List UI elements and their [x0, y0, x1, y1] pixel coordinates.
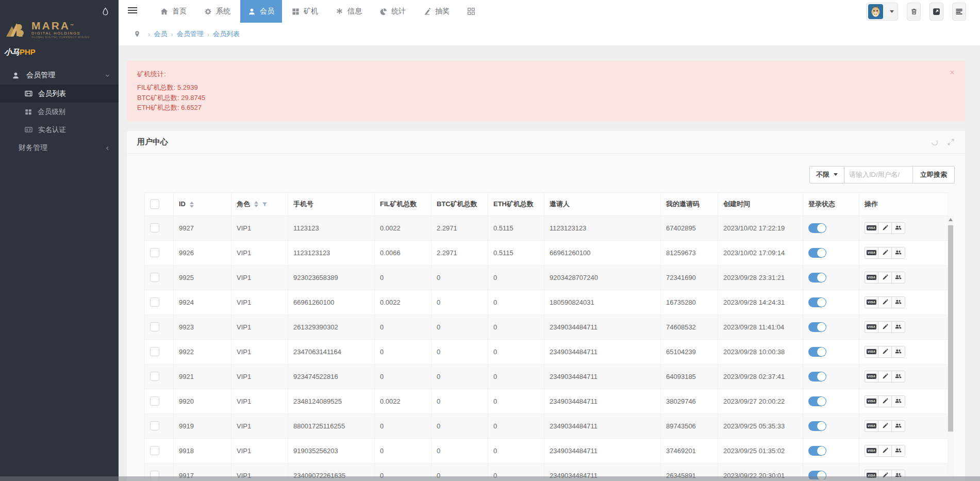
cell-fil: 0	[375, 413, 431, 438]
sort-icon[interactable]	[254, 201, 258, 207]
breadcrumb-link-member-list[interactable]: 会员列表	[213, 29, 240, 39]
edit-button[interactable]	[878, 296, 892, 308]
team-button[interactable]	[891, 222, 905, 234]
edit-button[interactable]	[878, 346, 892, 358]
nav-item-apps[interactable]	[459, 0, 487, 23]
nav-item-statistics[interactable]: 统计	[372, 0, 413, 23]
sort-icon[interactable]	[190, 202, 194, 208]
sidebar-group-finance-management[interactable]: 财务管理	[0, 139, 119, 157]
login-status-toggle[interactable]	[808, 396, 826, 406]
team-button[interactable]	[891, 371, 905, 383]
wallet-button[interactable]: VISA	[865, 272, 878, 284]
select-all-checkbox[interactable]	[150, 200, 159, 209]
login-status-toggle[interactable]	[808, 297, 826, 307]
wallet-button[interactable]: VISA	[865, 296, 878, 308]
row-checkbox[interactable]	[150, 347, 159, 356]
login-status-toggle[interactable]	[808, 347, 826, 357]
login-status-toggle[interactable]	[808, 223, 826, 233]
cell-phone: 66961260100	[288, 290, 375, 314]
team-button[interactable]	[891, 247, 905, 259]
breadcrumb-separator: ›	[207, 30, 209, 38]
alert-line-eth: ETH矿机总数: 6.6527	[137, 103, 955, 113]
chevron-left-icon	[105, 145, 110, 151]
wallet-button[interactable]: VISA	[865, 346, 878, 358]
external-link-button[interactable]	[929, 3, 943, 21]
login-status-toggle[interactable]	[808, 273, 826, 283]
row-checkbox[interactable]	[150, 322, 159, 331]
breadcrumb-link-member-management[interactable]: 会员管理	[177, 29, 204, 39]
nav-item-label: 首页	[172, 7, 187, 16]
nav-item-miner[interactable]: 矿机	[284, 0, 326, 23]
wallet-button[interactable]: VISA	[865, 420, 878, 432]
table-vertical-scrollbar[interactable]	[948, 215, 954, 479]
team-button[interactable]	[891, 395, 905, 407]
list-button[interactable]	[952, 3, 966, 21]
team-button[interactable]	[891, 346, 905, 358]
row-checkbox[interactable]	[150, 273, 159, 282]
row-checkbox[interactable]	[150, 372, 159, 381]
search-filter-dropdown[interactable]: 不限	[809, 166, 844, 184]
nav-item-info[interactable]: 信息	[328, 0, 370, 23]
nav-item-system[interactable]: 系统	[196, 0, 238, 23]
scrollbar-thumb[interactable]	[948, 225, 953, 432]
team-button[interactable]	[891, 445, 905, 457]
sidebar-group-member-management[interactable]: 会员管理	[0, 66, 119, 85]
login-status-toggle[interactable]	[808, 248, 826, 258]
cell-id: 9919	[174, 413, 231, 438]
login-status-toggle[interactable]	[808, 421, 826, 431]
team-button[interactable]	[891, 321, 905, 333]
edit-button[interactable]	[878, 247, 892, 259]
user-menu[interactable]	[866, 3, 898, 21]
wallet-button[interactable]: VISA	[865, 445, 878, 457]
sidebar-item-real-name-auth[interactable]: 实名认证	[0, 121, 119, 139]
login-status-toggle[interactable]	[808, 322, 826, 332]
search-button[interactable]: 立即搜索	[913, 166, 955, 184]
user-icon	[12, 72, 20, 79]
wallet-button[interactable]: VISA	[865, 371, 878, 383]
table-row: 9925 VIP1 923023658389 0 0 0 92034287072…	[145, 265, 948, 290]
team-button[interactable]	[891, 420, 905, 432]
sidebar-item-member-level[interactable]: 会员级别	[0, 103, 119, 121]
search-input[interactable]	[844, 166, 913, 184]
nav-item-home[interactable]: 首页	[153, 0, 194, 23]
edit-button[interactable]	[878, 272, 892, 284]
wallet-button[interactable]: VISA	[865, 247, 878, 259]
refresh-icon[interactable]	[931, 138, 939, 146]
hamburger-icon[interactable]	[128, 7, 137, 15]
team-button[interactable]	[891, 272, 905, 284]
wallet-button[interactable]: VISA	[865, 222, 878, 234]
sidebar-item-member-list[interactable]: 会员列表	[0, 85, 119, 103]
row-checkbox[interactable]	[150, 446, 159, 455]
nav-item-lottery[interactable]: 抽奖	[416, 0, 457, 23]
row-checkbox[interactable]	[150, 297, 159, 307]
toggle-knob	[817, 397, 826, 406]
row-checkbox[interactable]	[150, 248, 159, 257]
cell-id: 9925	[174, 265, 231, 290]
cell-invite-code: 74608532	[661, 314, 718, 339]
row-checkbox[interactable]	[150, 223, 159, 233]
cell-btc: 0	[431, 413, 488, 438]
wallet-button[interactable]: VISA	[865, 321, 878, 333]
breadcrumb-link-member[interactable]: 会员	[154, 29, 167, 39]
edit-button[interactable]	[878, 371, 892, 383]
trash-button[interactable]	[907, 3, 921, 21]
edit-button[interactable]	[878, 420, 892, 432]
row-actions: VISA	[865, 247, 905, 259]
edit-button[interactable]	[878, 395, 892, 407]
row-checkbox[interactable]	[150, 396, 159, 406]
team-button[interactable]	[891, 296, 905, 308]
nav-item-member[interactable]: 会员	[240, 0, 282, 23]
edit-button[interactable]	[878, 321, 892, 333]
scroll-up-arrow-icon[interactable]	[949, 218, 953, 221]
close-icon[interactable]: ×	[950, 68, 955, 77]
edit-button[interactable]	[878, 222, 892, 234]
edit-button[interactable]	[878, 445, 892, 457]
login-status-toggle[interactable]	[808, 372, 826, 382]
login-status-toggle[interactable]	[808, 446, 826, 456]
filter-icon[interactable]	[262, 202, 268, 207]
brand-logo-text: MARA™ DIGITAL HOLDINGS GLOBAL DIGITAL CU…	[31, 21, 90, 39]
horizontal-scrollbar[interactable]	[0, 476, 980, 481]
expand-icon[interactable]	[947, 138, 955, 146]
wallet-button[interactable]: VISA	[865, 395, 878, 407]
row-checkbox[interactable]	[150, 421, 159, 430]
